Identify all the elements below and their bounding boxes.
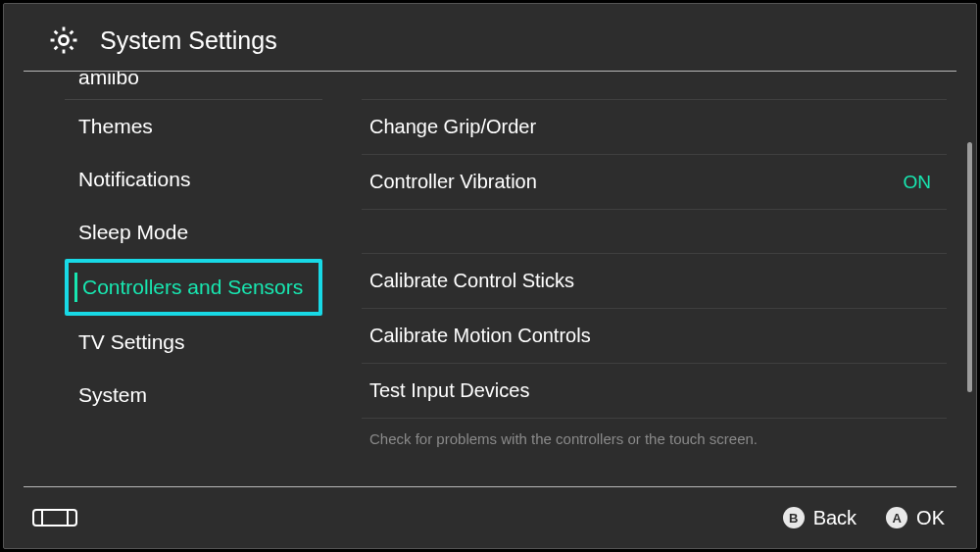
footer-buttons: B Back A OK bbox=[783, 507, 945, 529]
svg-point-0 bbox=[59, 35, 68, 44]
option-label: Calibrate Motion Controls bbox=[369, 325, 591, 347]
hint-text: Check for problems with the controllers … bbox=[362, 419, 947, 447]
sidebar-item-notifications[interactable]: Notifications bbox=[65, 153, 322, 206]
sidebar-item-label: amiibo bbox=[78, 72, 139, 88]
b-button-icon: B bbox=[783, 507, 805, 528]
header: System Settings bbox=[4, 4, 976, 71]
sidebar-item-label: TV Settings bbox=[78, 330, 185, 353]
sidebar-selection-highlight: Controllers and Sensors bbox=[65, 259, 322, 316]
option-label: Controller Vibration bbox=[369, 171, 537, 193]
console-icon bbox=[31, 506, 78, 529]
scrollbar-thumb[interactable] bbox=[967, 142, 972, 392]
sidebar-item-sleep-mode[interactable]: Sleep Mode bbox=[65, 206, 322, 259]
ok-label: OK bbox=[916, 507, 945, 529]
scrollbar[interactable] bbox=[967, 142, 972, 414]
option-value: ON bbox=[904, 172, 940, 193]
option-change-grip-order[interactable]: Change Grip/Order bbox=[362, 99, 947, 155]
sidebar-item-controllers-and-sensors[interactable]: Controllers and Sensors bbox=[65, 259, 322, 316]
page-title: System Settings bbox=[100, 26, 277, 55]
main-panel: Change Grip/Order Controller Vibration O… bbox=[322, 72, 976, 486]
footer: B Back A OK bbox=[4, 487, 976, 548]
sidebar-item-label: Sleep Mode bbox=[78, 221, 188, 243]
option-label: Calibrate Control Sticks bbox=[369, 270, 574, 292]
sidebar-item-amiibo[interactable]: amiibo bbox=[65, 72, 322, 100]
option-label: Test Input Devices bbox=[369, 379, 529, 402]
sidebar-item-system[interactable]: System bbox=[65, 369, 322, 422]
back-button[interactable]: B Back bbox=[783, 507, 857, 529]
option-calibrate-motion-controls[interactable]: Calibrate Motion Controls bbox=[362, 309, 947, 364]
option-label: Change Grip/Order bbox=[369, 116, 536, 138]
option-calibrate-control-sticks[interactable]: Calibrate Control Sticks bbox=[362, 253, 947, 309]
content-area: amiibo Themes Notifications Sleep Mode C… bbox=[4, 72, 976, 486]
back-label: Back bbox=[813, 507, 857, 529]
ok-button[interactable]: A OK bbox=[886, 507, 945, 529]
section-gap bbox=[362, 210, 947, 253]
sidebar: amiibo Themes Notifications Sleep Mode C… bbox=[4, 72, 322, 486]
gear-icon bbox=[47, 24, 80, 57]
option-controller-vibration[interactable]: Controller Vibration ON bbox=[362, 155, 947, 210]
sidebar-list: amiibo Themes Notifications Sleep Mode C… bbox=[4, 72, 322, 422]
sidebar-item-themes[interactable]: Themes bbox=[65, 100, 322, 153]
settings-screen: System Settings amiibo Themes Notificati… bbox=[3, 3, 977, 549]
a-button-icon: A bbox=[886, 507, 907, 528]
sidebar-item-tv-settings[interactable]: TV Settings bbox=[65, 316, 322, 369]
sidebar-item-label: Themes bbox=[78, 115, 153, 137]
sidebar-item-label: Controllers and Sensors bbox=[82, 276, 303, 298]
sidebar-item-label: System bbox=[78, 383, 147, 406]
sidebar-item-label: Notifications bbox=[78, 168, 190, 190]
svg-rect-2 bbox=[42, 510, 68, 526]
svg-rect-1 bbox=[33, 510, 76, 526]
option-test-input-devices[interactable]: Test Input Devices bbox=[362, 364, 947, 419]
